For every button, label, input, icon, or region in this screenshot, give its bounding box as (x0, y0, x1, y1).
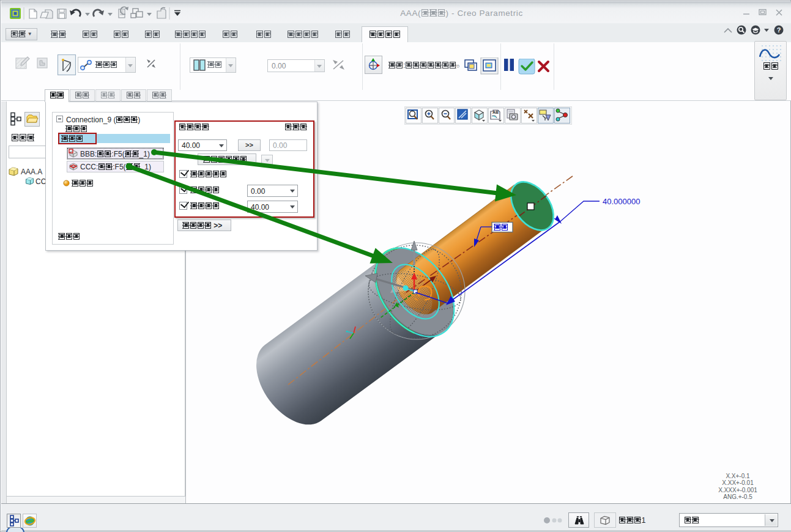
svg-text:40.000000: 40.000000 (603, 197, 640, 206)
svg-text:?: ? (777, 26, 781, 34)
svg-text:AB: AB (492, 110, 499, 114)
